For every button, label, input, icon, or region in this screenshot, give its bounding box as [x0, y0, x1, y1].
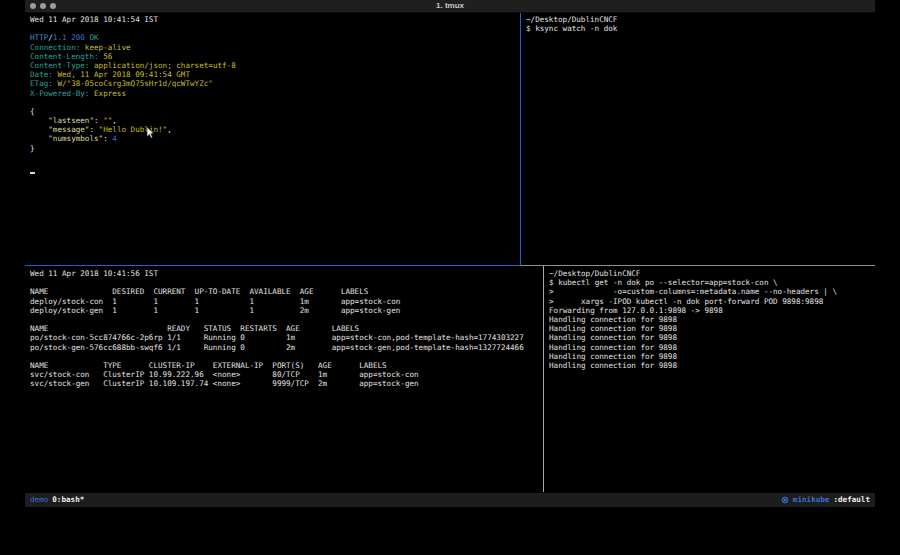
- terminal-line: Content-Type: application/json; charset=…: [30, 61, 520, 70]
- terminal-line: NAME DESIRED CURRENT UP-TO-DATE AVAILABL…: [30, 287, 543, 296]
- terminal-line: "message": "Hello Dublin!",: [30, 125, 520, 134]
- tmux-status-bar: demo 0:bash* minikube:default: [25, 493, 875, 507]
- text-segment: Handling connection for 9898: [549, 324, 677, 333]
- terminal-line: "lastseen": "",: [30, 116, 520, 125]
- terminal-line: deploy/stock-con 1 1 1 1 1m app=stock-co…: [30, 297, 543, 306]
- text-segment: Handling connection for 9898: [549, 352, 677, 361]
- pane-ksync-watch[interactable]: ~/Desktop/DublinCNCF$ ksync watch -n dok: [521, 13, 875, 265]
- terminal-line: [30, 98, 520, 107]
- text-segment: ,: [167, 125, 172, 134]
- session-name: demo: [30, 493, 48, 507]
- text-segment: W/"38-05coCsrg3mQ75sHr1d/qcWTwYZc": [53, 79, 213, 88]
- text-segment: 1.1 200: [53, 33, 90, 42]
- terminal-line: [30, 352, 543, 361]
- text-segment: Express: [89, 89, 126, 98]
- terminal-line: svc/stock-gen ClusterIP 10.109.197.74 <n…: [30, 379, 543, 388]
- text-segment: :: [94, 116, 103, 125]
- mouse-cursor-icon: [146, 127, 155, 139]
- text-segment: ~/Desktop/DublinCNCF: [526, 15, 617, 24]
- terminal-line: Handling connection for 9898: [549, 352, 875, 361]
- terminal-line: po/stock-gen-576cc688bb-swqf6 1/1 Runnin…: [30, 343, 543, 352]
- terminal-line: {: [30, 107, 520, 116]
- terminal-line: > -o=custom-columns=:metadata.name --no-…: [549, 287, 875, 296]
- terminal-line: X-Powered-By: Express: [30, 89, 520, 98]
- terminal-line: Content-Length: 56: [30, 52, 520, 61]
- terminal-line: po/stock-con-5cc874766c-2p6rp 1/1 Runnin…: [30, 333, 543, 342]
- terminal-line: Date: Wed, 11 Apr 2018 09:41:54 GMT: [30, 70, 520, 79]
- terminal-line: Handling connection for 9898: [549, 361, 875, 370]
- terminal-line: ETag: W/"38-05coCsrg3mQ75sHr1d/qcWTwYZc": [30, 79, 520, 88]
- tmux-terminal: Wed 11 Apr 2018 10:41:54 IST HTTP/1.1 20…: [25, 13, 875, 492]
- text-segment: Handling connection for 9898: [549, 343, 677, 352]
- terminal-line: }: [30, 144, 520, 153]
- terminal-line: Handling connection for 9898: [549, 315, 875, 324]
- text-segment: {: [30, 107, 35, 116]
- status-right: minikube:default: [781, 493, 870, 507]
- text-segment: Handling connection for 9898: [549, 315, 677, 324]
- text-segment: Content-Length:: [30, 52, 99, 61]
- text-segment: Wed 11 Apr 2018 10:41:56 IST: [30, 269, 158, 278]
- text-segment: Date:: [30, 70, 53, 79]
- terminal-line: HTTP/1.1 200 OK: [30, 33, 520, 42]
- text-segment: ~/Desktop/DublinCNCF: [549, 269, 640, 278]
- kube-context: minikube: [793, 493, 830, 507]
- text-segment: Wed, 11 Apr 2018 09:41:54 GMT: [53, 70, 190, 79]
- text-segment: application/json; charset=utf-8: [89, 61, 235, 70]
- text-segment: "numsymbols": [30, 134, 103, 143]
- text-segment: }: [30, 144, 35, 153]
- text-segment: :: [103, 134, 112, 143]
- terminal-line: [30, 278, 543, 287]
- kube-namespace: :default: [833, 493, 870, 507]
- text-segment: HTTP: [30, 33, 48, 42]
- text-segment: "message": [30, 125, 89, 134]
- terminal-line: $ kubectl get -n dok po --selector=app=s…: [549, 278, 875, 287]
- text-segment: OK: [89, 33, 98, 42]
- terminal-line: NAME TYPE CLUSTER-IP EXTERNAL-IP PORT(S)…: [30, 361, 543, 370]
- terminal-line: > xargs -IPOD kubectl -n dok port-forwar…: [549, 297, 875, 306]
- terminal-line: ~/Desktop/DublinCNCF: [549, 269, 875, 278]
- terminal-line: Handling connection for 9898: [549, 343, 875, 352]
- terminal-window: 1. tmux Wed 11 Apr 2018 10:41:54 IST HTT…: [25, 0, 875, 507]
- terminal-line: Handling connection for 9898: [549, 333, 875, 342]
- terminal-line: Wed 11 Apr 2018 10:41:56 IST: [30, 269, 543, 278]
- text-segment: > -o=custom-columns=:metadata.name --no-…: [549, 287, 837, 296]
- text-segment: NAME TYPE CLUSTER-IP EXTERNAL-IP PORT(S)…: [30, 361, 387, 370]
- text-segment: Forwarding from 127.0.0.1:9898 -> 9898: [549, 306, 723, 315]
- text-segment: keep-alive: [80, 43, 130, 52]
- text-segment: ,: [112, 116, 117, 125]
- text-segment: svc/stock-con ClusterIP 10.99.222.96 <no…: [30, 370, 419, 379]
- window-title: 1. tmux: [25, 1, 875, 10]
- text-segment: NAME READY STATUS RESTARTS AGE LABELS: [30, 324, 359, 333]
- text-segment: $ kubectl get -n dok po --selector=app=s…: [549, 278, 778, 287]
- text-segment: :: [89, 125, 98, 134]
- text-segment: Connection:: [30, 43, 80, 52]
- window-tab-bash[interactable]: 0:bash*: [52, 493, 84, 507]
- text-segment: po/stock-con-5cc874766c-2p6rp 1/1 Runnin…: [30, 333, 524, 342]
- text-segment: svc/stock-gen ClusterIP 10.109.197.74 <n…: [30, 379, 419, 388]
- terminal-line: "numsymbols": 4: [30, 134, 520, 143]
- pane-port-forward[interactable]: ~/Desktop/DublinCNCF$ kubectl get -n dok…: [544, 266, 875, 492]
- text-segment: X-Powered-By:: [30, 89, 89, 98]
- text-segment: po/stock-gen-576cc688bb-swqf6 1/1 Runnin…: [30, 343, 524, 352]
- pane-http-response[interactable]: Wed 11 Apr 2018 10:41:54 IST HTTP/1.1 20…: [25, 13, 520, 265]
- window-titlebar: 1. tmux: [25, 0, 875, 13]
- text-segment: 4: [112, 134, 117, 143]
- terminal-line: ~/Desktop/DublinCNCF: [526, 15, 875, 24]
- text-segment: 56: [99, 52, 113, 61]
- text-segment: Handling connection for 9898: [549, 361, 677, 370]
- terminal-line: Handling connection for 9898: [549, 324, 875, 333]
- status-left: demo 0:bash*: [30, 493, 84, 507]
- text-segment: Wed 11 Apr 2018 10:41:54 IST: [30, 15, 158, 24]
- text-segment: "Hello Dublin!": [99, 125, 168, 134]
- text-segment: > xargs -IPOD kubectl -n dok port-forwar…: [549, 297, 823, 306]
- pane-kubectl-get[interactable]: Wed 11 Apr 2018 10:41:56 IST NAME DESIRE…: [25, 266, 543, 492]
- text-segment: $ ksync watch -n dok: [526, 24, 617, 33]
- text-segment: "": [103, 116, 112, 125]
- text-segment: NAME DESIRED CURRENT UP-TO-DATE AVAILABL…: [30, 287, 368, 296]
- terminal-line: Wed 11 Apr 2018 10:41:54 IST: [30, 15, 520, 24]
- terminal-line: Forwarding from 127.0.0.1:9898 -> 9898: [549, 306, 875, 315]
- text-segment: "lastseen": [30, 116, 94, 125]
- terminal-line: [30, 24, 520, 33]
- terminal-line: NAME READY STATUS RESTARTS AGE LABELS: [30, 324, 543, 333]
- desktop-background: { "window": { "title": "1. tmux" }, "pal…: [0, 0, 900, 555]
